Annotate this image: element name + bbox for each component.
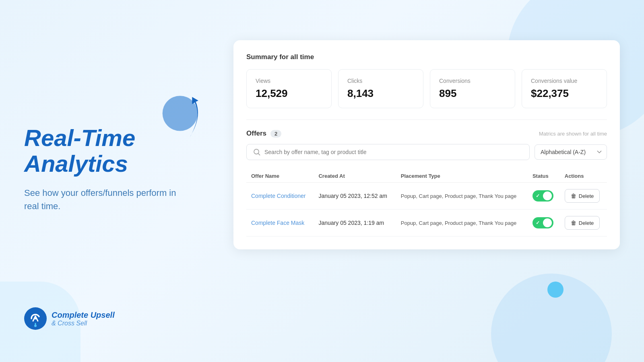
delete-button-1[interactable]: 🗑 Delete bbox=[565, 189, 600, 203]
stat-views: Views 12,529 bbox=[246, 69, 332, 108]
toggle-check-2: ✓ bbox=[536, 220, 540, 226]
summary-title: Summary for all time bbox=[246, 53, 607, 61]
toggle-1[interactable]: ✓ bbox=[533, 190, 553, 202]
logo-text: Complete Upsell & Cross Sell bbox=[52, 311, 115, 327]
stat-conv-value-label: Conversions value bbox=[531, 78, 598, 84]
stats-row: Views 12,529 Clicks 8,143 Conversions 89… bbox=[246, 69, 607, 108]
offer-name-link-2[interactable]: Complete Face Mask bbox=[251, 220, 304, 226]
col-offer-name: Offer Name bbox=[246, 170, 314, 183]
col-placement: Placement Type bbox=[396, 170, 528, 183]
stat-clicks-label: Clicks bbox=[347, 78, 414, 84]
delete-label-2: Delete bbox=[579, 220, 594, 226]
offer-date-2: January 05 2023, 1:19 am bbox=[314, 210, 396, 237]
logo-sub: & Cross Sell bbox=[52, 320, 115, 327]
toggle-wrap-1[interactable]: ✓ bbox=[533, 190, 553, 202]
stat-conversions-value: Conversions value $22,375 bbox=[522, 69, 607, 108]
toggle-check-1: ✓ bbox=[536, 193, 540, 199]
svg-line-4 bbox=[258, 154, 260, 155]
toggle-slider-2: ✓ bbox=[533, 217, 553, 228]
stat-clicks-value: 8,143 bbox=[347, 87, 414, 100]
search-input[interactable] bbox=[264, 149, 523, 155]
logo-area: Complete Upsell & Cross Sell bbox=[24, 307, 115, 330]
stat-views-value: 12,529 bbox=[256, 87, 322, 100]
search-box[interactable] bbox=[246, 144, 530, 160]
table-row: Complete Conditioner January 05 2023, 12… bbox=[246, 183, 607, 210]
offer-date-1: January 05 2023, 12:52 am bbox=[314, 183, 396, 210]
placement-text-1: Popup, Cart page, Product page, Thank Yo… bbox=[401, 193, 516, 199]
arrow-svg bbox=[157, 80, 221, 161]
offers-title-row: Offers 2 bbox=[246, 130, 281, 138]
offer-placement-2: Popup, Cart page, Product page, Thank Yo… bbox=[396, 210, 528, 237]
offer-actions-1: 🗑 Delete bbox=[560, 183, 607, 210]
hero-subtitle: See how your offers/funnels perform in r… bbox=[24, 186, 193, 213]
placement-text-2: Popup, Cart page, Product page, Thank Yo… bbox=[401, 220, 516, 226]
toggle-2[interactable]: ✓ bbox=[533, 217, 553, 228]
offer-placement-1: Popup, Cart page, Product page, Thank Yo… bbox=[396, 183, 528, 210]
delete-button-2[interactable]: 🗑 Delete bbox=[565, 216, 600, 230]
col-created-at: Created At bbox=[314, 170, 396, 183]
stat-conv-value-num: $22,375 bbox=[531, 87, 598, 100]
stat-conversions-label: Conversions bbox=[439, 78, 506, 84]
search-icon bbox=[253, 148, 260, 156]
toggle-slider-1: ✓ bbox=[533, 190, 553, 202]
bg-dot-accent bbox=[547, 282, 564, 298]
offer-status-2[interactable]: ✓ bbox=[528, 210, 560, 237]
offers-section: Offers 2 Matrics are shown for all time … bbox=[246, 119, 607, 237]
col-actions: Actions bbox=[560, 170, 607, 183]
offer-name-1[interactable]: Complete Conditioner bbox=[246, 183, 314, 210]
table-row: Complete Face Mask January 05 2023, 1:19… bbox=[246, 210, 607, 237]
sort-select[interactable]: Alphabetical (A-Z) bbox=[535, 144, 607, 160]
offer-actions-2: 🗑 Delete bbox=[560, 210, 607, 237]
svg-point-1 bbox=[34, 325, 37, 327]
summary-section: Summary for all time Views 12,529 Clicks… bbox=[246, 53, 607, 108]
stat-clicks: Clicks 8,143 bbox=[338, 69, 423, 108]
offer-status-1[interactable]: ✓ bbox=[528, 183, 560, 210]
actions-cell-2: 🗑 Delete bbox=[565, 216, 602, 230]
table-body: Complete Conditioner January 05 2023, 12… bbox=[246, 183, 607, 237]
main-card: Summary for all time Views 12,529 Clicks… bbox=[233, 40, 620, 249]
stat-views-label: Views bbox=[256, 78, 322, 84]
arrow-decoration bbox=[157, 80, 221, 162]
logo-name: Complete Upsell bbox=[52, 311, 115, 320]
search-sort-row: Alphabetical (A-Z) bbox=[246, 144, 607, 160]
offers-header: Offers 2 Matrics are shown for all time bbox=[246, 130, 607, 138]
metrics-note: Matrics are shown for all time bbox=[539, 131, 607, 137]
actions-cell-1: 🗑 Delete bbox=[565, 189, 602, 203]
stat-conversions-value: 895 bbox=[439, 87, 506, 100]
delete-label-1: Delete bbox=[579, 193, 594, 199]
trash-icon-1: 🗑 bbox=[571, 193, 576, 199]
offers-table: Offer Name Created At Placement Type Sta… bbox=[246, 170, 607, 237]
trash-icon-2: 🗑 bbox=[571, 220, 576, 226]
logo-icon bbox=[24, 307, 47, 330]
offers-badge: 2 bbox=[270, 130, 281, 138]
stat-conversions: Conversions 895 bbox=[430, 69, 515, 108]
offer-name-2[interactable]: Complete Face Mask bbox=[246, 210, 314, 237]
left-panel: Real-Time Analytics See how your offers/… bbox=[24, 0, 193, 362]
toggle-wrap-2[interactable]: ✓ bbox=[533, 217, 553, 228]
col-status: Status bbox=[528, 170, 560, 183]
offers-title: Offers bbox=[246, 130, 266, 138]
table-header: Offer Name Created At Placement Type Sta… bbox=[246, 170, 607, 183]
offer-name-link-1[interactable]: Complete Conditioner bbox=[251, 193, 305, 199]
